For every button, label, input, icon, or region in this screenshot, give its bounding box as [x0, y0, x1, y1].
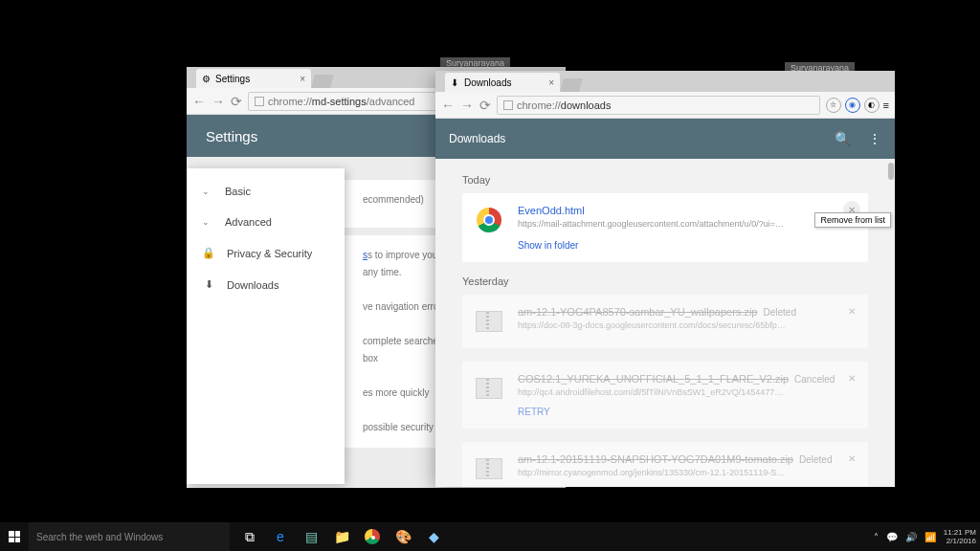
chevron-down-icon: ⌄ — [202, 187, 213, 196]
new-tab-button[interactable] — [311, 75, 334, 88]
more-icon[interactable]: ⋮ — [868, 131, 881, 146]
tab-settings[interactable]: ⚙ Settings × — [196, 69, 311, 88]
task-icons: ⧉ e ▤ 📁 🎨 ◆ — [235, 522, 448, 551]
sidemenu-privacy[interactable]: 🔒Privacy & Security — [187, 237, 345, 269]
tab-label: Settings — [215, 74, 250, 84]
download-item: am-12.1-YOG4PA8570-sambar_YU_wallpapers.… — [462, 295, 868, 348]
download-url: http://mirror.cyanogenmod.org/jenkins/13… — [518, 468, 786, 477]
download-filename[interactable]: EvenOdd.html — [518, 205, 585, 216]
taskbar-search[interactable]: Search the web and Windows — [29, 522, 230, 551]
lock-icon: 🔒 — [202, 247, 215, 259]
forward-button[interactable]: → — [212, 94, 225, 109]
addressbar-actions: ☆ ◉ ◐ ≡ — [826, 98, 889, 113]
file-chrome-icon — [474, 205, 504, 235]
chevron-down-icon: ⌄ — [202, 217, 213, 227]
task-view-icon[interactable]: ⧉ — [235, 522, 264, 551]
download-icon: ⬇ — [451, 77, 460, 87]
page-icon — [503, 100, 513, 110]
remove-download-button[interactable]: ✕ — [843, 369, 860, 386]
download-url: https://doc-08-3g-docs.googleusercontent… — [518, 320, 786, 330]
download-url: http://qc4.androidfilehost.com/dl/5fTilN… — [518, 387, 786, 397]
download-item: COS12.1_YUREKA_UNOFFICIAL_5_1_1_FLARE_V2… — [462, 362, 868, 429]
section-today: Today — [462, 174, 868, 186]
page-icon — [255, 97, 264, 106]
download-filename: COS12.1_YUREKA_UNOFFICIAL_5_1_1_FLARE_V2… — [518, 373, 789, 385]
download-status: Deleted — [763, 307, 795, 318]
paint-icon[interactable]: 🎨 — [389, 522, 417, 551]
system-tray: ˄ 💬 🔊 📶 11:21 PM 2/1/2016 — [874, 528, 980, 545]
tray-chevron-icon[interactable]: ˄ — [874, 532, 879, 542]
notepad-icon[interactable]: ▤ — [297, 522, 325, 551]
address-bar: ← → ⟳ chrome://downloads ☆ ◉ ◐ ≡ — [435, 92, 895, 119]
address-input[interactable]: chrome://downloads — [497, 96, 820, 115]
retry-link[interactable]: RETRY — [518, 407, 550, 417]
download-icon: ⬇ — [202, 278, 215, 291]
star-icon[interactable]: ☆ — [826, 98, 841, 113]
network-icon[interactable]: 📶 — [924, 532, 936, 542]
tab-strip: ⬇ Downloads × — [435, 71, 895, 92]
file-zip-icon — [474, 453, 504, 484]
profile-icon[interactable]: ◐ — [864, 98, 880, 113]
download-filename: am-12.1-20151119-SNAPSHOT-YOG7DA01M9-tom… — [518, 453, 793, 465]
show-in-folder-link[interactable]: Show in folder — [518, 240, 578, 251]
tab-label: Downloads — [464, 77, 511, 88]
search-icon[interactable]: 🔍 — [835, 131, 851, 146]
back-button[interactable]: ← — [441, 98, 455, 113]
back-button[interactable]: ← — [192, 94, 206, 109]
tooltip: Remove from list — [814, 212, 891, 228]
taskbar: Search the web and Windows ⧉ e ▤ 📁 🎨 ◆ ˄… — [0, 522, 980, 551]
reload-button[interactable]: ⟳ — [231, 94, 242, 109]
sidemenu-advanced[interactable]: ⌄Advanced — [187, 207, 345, 237]
page-header: Downloads 🔍 ⋮ — [435, 119, 895, 159]
remove-download-button[interactable]: ✕ — [843, 450, 860, 467]
explorer-icon[interactable]: 📁 — [327, 522, 356, 551]
reload-button[interactable]: ⟳ — [479, 98, 491, 113]
sidemenu-basic[interactable]: ⌄Basic — [187, 176, 345, 207]
tab-close-icon[interactable]: × — [548, 77, 554, 88]
forward-button[interactable]: → — [460, 98, 474, 113]
volume-icon[interactable]: 🔊 — [905, 532, 917, 542]
downloads-list: Today EvenOdd.html https://mail-attachme… — [435, 159, 895, 487]
tab-downloads[interactable]: ⬇ Downloads × — [445, 73, 560, 92]
section-yesterday: Yesterday — [462, 276, 868, 287]
download-item: EvenOdd.html https://mail-attachment.goo… — [462, 193, 868, 262]
app-icon[interactable]: ◆ — [419, 522, 448, 551]
download-url: https://mail-attachment.googleuserconten… — [518, 219, 786, 229]
new-tab-button[interactable] — [560, 78, 583, 92]
taskbar-clock[interactable]: 11:21 PM 2/1/2016 — [944, 528, 976, 545]
settings-sidemenu: ⌄Basic ⌄Advanced 🔒Privacy & Security ⬇Do… — [187, 168, 345, 484]
file-zip-icon — [474, 306, 504, 337]
extension-icon[interactable]: ◉ — [845, 98, 860, 113]
edge-icon[interactable]: e — [266, 522, 295, 551]
action-center-icon[interactable]: 💬 — [886, 532, 898, 542]
download-item: am-12.1-20151119-SNAPSHOT-YOG7DA01M9-tom… — [462, 442, 868, 487]
sidemenu-downloads[interactable]: ⬇Downloads — [187, 269, 345, 300]
download-filename: am-12.1-YOG4PA8570-sambar_YU_wallpapers.… — [518, 306, 757, 318]
file-zip-icon — [474, 373, 504, 404]
page-title: Settings — [206, 128, 257, 144]
download-status: Deleted — [799, 454, 832, 465]
remove-download-button[interactable]: ✕ — [843, 302, 860, 320]
menu-icon[interactable]: ≡ — [883, 99, 889, 111]
scrollbar-thumb[interactable] — [888, 163, 894, 180]
downloads-window: ⬇ Downloads × ← → ⟳ chrome://downloads ☆… — [435, 71, 895, 487]
page-title: Downloads — [449, 132, 505, 145]
chrome-icon[interactable] — [358, 522, 387, 551]
start-button[interactable] — [0, 522, 29, 551]
page-icon: ⚙ — [202, 74, 212, 83]
download-status: Canceled — [794, 374, 835, 385]
tab-close-icon[interactable]: × — [300, 74, 305, 84]
